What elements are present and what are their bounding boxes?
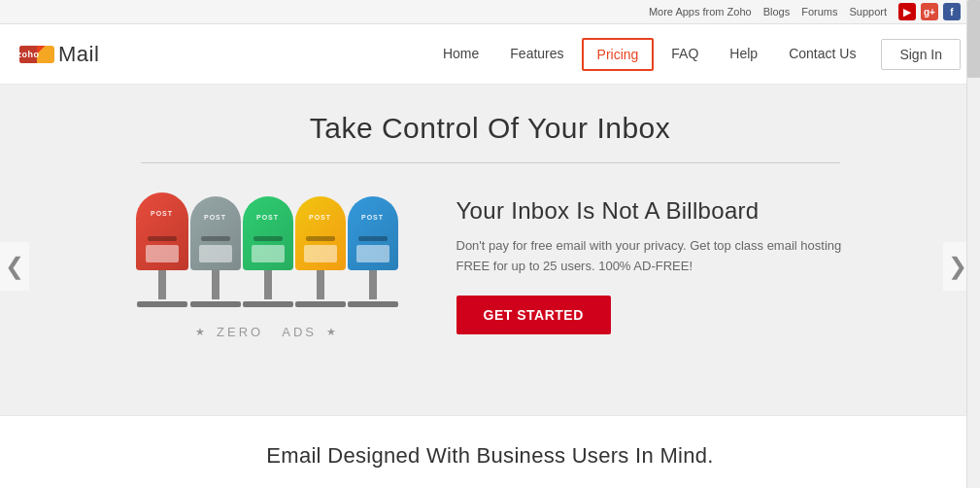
- mailbox-gray: POST: [190, 196, 241, 307]
- zoho-logo-box: zoho: [19, 46, 54, 63]
- post-label-2: POST: [204, 214, 226, 221]
- zero-ads-text: ZERO ADS: [217, 325, 317, 339]
- post-label-3: POST: [256, 214, 279, 221]
- zero-ads: ★ ZERO ADS ★: [186, 325, 348, 339]
- post-label-1: POST: [151, 210, 173, 217]
- scrollbar[interactable]: [966, 0, 980, 488]
- hero-title: Take Control Of Your Inbox: [310, 85, 671, 162]
- mailbox-slot-4: [306, 236, 335, 241]
- logo[interactable]: zoho Mail: [19, 42, 99, 67]
- mailbox-red: POST: [136, 192, 188, 307]
- mailbox-door-3: [252, 245, 285, 262]
- gplus-icon[interactable]: g+: [921, 3, 938, 20]
- post-label-5: POST: [361, 214, 384, 221]
- bottom-title: Email Designed With Business Users In Mi…: [0, 443, 980, 469]
- slide-body: Don't pay for free email with your priva…: [456, 236, 845, 277]
- nav-faq[interactable]: FAQ: [656, 24, 714, 85]
- mailboxes: POST POST: [136, 192, 398, 307]
- zoho-red: zoho: [19, 46, 37, 63]
- top-bar: More Apps from Zoho Blogs Forums Support…: [0, 0, 980, 24]
- mailbox-slot-5: [358, 236, 388, 241]
- mailbox-gold: POST: [295, 196, 346, 307]
- nav-help[interactable]: Help: [714, 24, 773, 85]
- slide-heading: Your Inbox Is Not A Billboard: [456, 197, 845, 225]
- support-link[interactable]: Support: [849, 6, 887, 17]
- mailbox-door-2: [199, 245, 232, 262]
- star-left: ★: [195, 326, 207, 338]
- mailbox-door-5: [356, 245, 389, 262]
- bottom-section: Email Designed With Business Users In Mi…: [0, 415, 980, 488]
- nav-features[interactable]: Features: [494, 24, 579, 85]
- logo-mail-text: Mail: [58, 42, 99, 67]
- get-started-button[interactable]: GET STARTED: [456, 296, 611, 334]
- signin-button[interactable]: Sign In: [881, 39, 961, 70]
- nav-contact[interactable]: Contact Us: [773, 24, 871, 85]
- nav-pricing[interactable]: Pricing: [582, 38, 655, 71]
- mailbox-blue: POST: [348, 196, 398, 307]
- post-label-4: POST: [309, 214, 331, 221]
- facebook-icon[interactable]: f: [943, 3, 961, 20]
- mailbox-slot-3: [253, 236, 283, 241]
- main-nav: Home Features Pricing FAQ Help Contact U…: [427, 24, 871, 84]
- mailbox-green: POST: [243, 196, 293, 307]
- star-right: ★: [326, 326, 338, 338]
- hero-content: ❮ POST POST: [0, 183, 980, 349]
- forums-link[interactable]: Forums: [801, 6, 837, 17]
- more-apps-link[interactable]: More Apps from Zoho: [649, 6, 752, 17]
- mailbox-slot-2: [201, 236, 230, 241]
- nav-home[interactable]: Home: [427, 24, 494, 85]
- youtube-icon[interactable]: ▶: [898, 3, 916, 20]
- scrollbar-thumb[interactable]: [967, 0, 980, 78]
- mailbox-slot-1: [148, 236, 177, 241]
- mailbox-door-4: [304, 245, 337, 262]
- hero-divider: [141, 162, 840, 163]
- mailboxes-container: POST POST: [136, 192, 398, 339]
- header: zoho Mail Home Features Pricing FAQ Help…: [0, 24, 980, 85]
- carousel-prev[interactable]: ❮: [0, 242, 29, 291]
- social-links: ▶ g+ f: [898, 3, 961, 20]
- hero-section: Take Control Of Your Inbox ❮ POST: [0, 85, 980, 415]
- blogs-link[interactable]: Blogs: [763, 6, 791, 17]
- hero-text-block: Your Inbox Is Not A Billboard Don't pay …: [456, 197, 845, 335]
- mailbox-door-1: [146, 245, 179, 262]
